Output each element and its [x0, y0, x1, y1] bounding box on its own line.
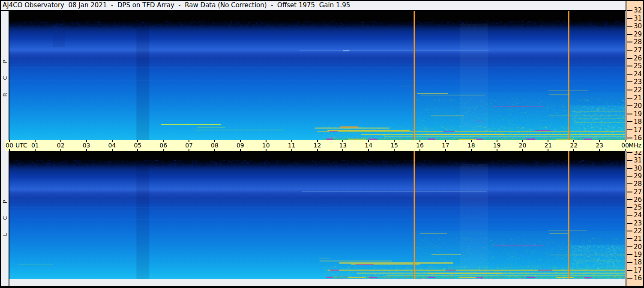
- freq-label: 26: [634, 196, 642, 204]
- freq-tick: [627, 34, 632, 35]
- hour-label: 20: [519, 142, 527, 149]
- hour-tick: [137, 149, 138, 151]
- freq-label: 18: [634, 258, 642, 266]
- freq-label: 31: [634, 15, 642, 22]
- freq-tick: [627, 129, 632, 130]
- rcp-label-text: R C P: [2, 54, 8, 96]
- freq-tick: [627, 199, 632, 200]
- hour-tick: [240, 149, 241, 151]
- freq-tick: [627, 66, 632, 66]
- freq-tick: [627, 262, 632, 263]
- hour-label: 12: [314, 142, 321, 149]
- hour-label: 04: [108, 142, 116, 149]
- hour-tick: [86, 149, 87, 151]
- freq-tick: [627, 74, 632, 75]
- hour-label: 00: [6, 142, 13, 149]
- freq-tick: [627, 42, 632, 42]
- freq-label: 25: [634, 204, 642, 211]
- freq-label: 22: [634, 227, 642, 235]
- hour-tick: [60, 149, 61, 151]
- freq-label: 23: [634, 78, 642, 86]
- freq-label: 30: [634, 22, 642, 30]
- hour-label: 01: [31, 142, 39, 149]
- freq-tick: [627, 98, 632, 99]
- freq-label: 25: [634, 62, 642, 70]
- freq-tick: [627, 238, 632, 239]
- freq-tick: [627, 192, 632, 192]
- freq-tick: [627, 246, 632, 247]
- freq-label: 17: [634, 267, 642, 274]
- lcp-label-text: L C P: [2, 194, 8, 236]
- freq-tick: [627, 138, 632, 138]
- freq-label: 31: [634, 156, 642, 164]
- freq-label: 28: [634, 180, 642, 188]
- hour-tick: [342, 149, 343, 151]
- hour-tick: [35, 149, 36, 151]
- hour-tick: [214, 149, 215, 151]
- hour-tick: [419, 149, 420, 151]
- freq-tick: [627, 58, 632, 59]
- hour-tick: [291, 149, 292, 151]
- hour-label: 11: [288, 142, 296, 149]
- freq-label: 30: [634, 165, 642, 172]
- freq-tick: [627, 168, 632, 169]
- hour-tick: [573, 149, 574, 151]
- freq-label: 19: [634, 110, 642, 118]
- hour-tick: [394, 149, 395, 151]
- hour-tick: [548, 149, 548, 151]
- hour-tick: [599, 149, 600, 151]
- freq-label: 32: [634, 6, 642, 14]
- freq-tick: [627, 176, 632, 177]
- freq-tick: [627, 114, 632, 114]
- hour-tick: [471, 149, 472, 151]
- freq-label: 22: [634, 86, 642, 94]
- hour-tick: [163, 149, 164, 151]
- freq-tick: [627, 10, 632, 11]
- freq-tick: [627, 90, 632, 90]
- freq-tick: [627, 121, 632, 122]
- hour-label: 09: [237, 142, 244, 149]
- freq-label: 27: [634, 188, 642, 196]
- freq-tick: [627, 152, 632, 153]
- freq-tick: [627, 215, 632, 216]
- time-axis: 0001020304050607080910111213141516171819…: [5, 140, 643, 151]
- freq-label: 20: [634, 102, 642, 110]
- hour-label: 06: [159, 142, 167, 149]
- freq-label: 29: [634, 30, 642, 38]
- polarization-label-rcp: R C P: [1, 11, 9, 140]
- hour-tick: [368, 149, 369, 151]
- freq-label: 24: [634, 211, 642, 219]
- hour-tick: [317, 149, 318, 151]
- freq-label: 21: [634, 94, 642, 102]
- spectrogram-rcp: [9, 11, 625, 140]
- freq-tick: [627, 254, 632, 255]
- freq-tick: [627, 50, 632, 51]
- hour-tick: [625, 149, 626, 151]
- freq-label: 27: [634, 46, 642, 54]
- hour-label: 18: [467, 142, 475, 149]
- hour-tick: [112, 149, 113, 151]
- freq-label: 26: [634, 54, 642, 62]
- hour-label: 08: [211, 142, 219, 149]
- hour-label: 13: [339, 142, 347, 149]
- hour-label: 02: [57, 142, 65, 149]
- freq-label: 24: [634, 70, 642, 78]
- hour-tick: [497, 149, 497, 151]
- hour-label: 00: [621, 142, 629, 149]
- mhz-unit-label: MHz: [629, 142, 641, 149]
- freq-tick: [627, 207, 632, 208]
- hour-tick: [522, 149, 523, 151]
- hour-label: 21: [544, 142, 552, 149]
- freq-tick: [627, 278, 632, 279]
- freq-label: 18: [634, 118, 642, 126]
- hour-label: 05: [134, 142, 141, 149]
- hour-tick: [266, 149, 267, 151]
- hour-label: 14: [365, 142, 372, 149]
- hour-tick: [189, 149, 189, 151]
- freq-tick: [627, 183, 632, 184]
- freq-label: 16: [634, 274, 642, 282]
- freq-tick: [627, 223, 632, 224]
- hour-label: 17: [442, 142, 449, 149]
- hour-label: 19: [493, 142, 501, 149]
- hour-label: 16: [416, 142, 424, 149]
